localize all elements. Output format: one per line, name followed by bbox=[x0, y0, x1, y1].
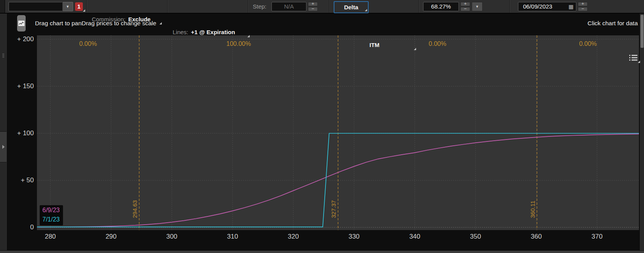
toolbar-left-edge bbox=[0, 0, 5, 13]
toolbar-separator bbox=[167, 0, 168, 13]
x-tick-label: 290 bbox=[98, 233, 125, 241]
step-label: Step: bbox=[253, 3, 266, 10]
chart-plot-area[interactable] bbox=[37, 35, 639, 230]
delta-mode-button[interactable]: Delta bbox=[334, 1, 369, 13]
calendar-icon[interactable]: ▦ bbox=[569, 3, 574, 10]
x-tick-label: 370 bbox=[583, 233, 611, 241]
right-scrollbar-thumb[interactable] bbox=[640, 15, 644, 48]
chart-click-hint: Click chart for data bbox=[588, 20, 638, 27]
left-panel-rail bbox=[0, 14, 7, 251]
lines-value: +1 @ Expiration bbox=[191, 29, 235, 35]
bottom-scrollbar[interactable] bbox=[0, 250, 644, 253]
step-value: N/A bbox=[284, 3, 294, 10]
toolbar-separator bbox=[248, 0, 248, 13]
x-tick-label: 350 bbox=[462, 233, 489, 241]
right-scrollbar[interactable] bbox=[639, 14, 644, 253]
date-stepper: + − bbox=[578, 2, 588, 11]
probability-up-button[interactable]: + bbox=[460, 2, 470, 6]
delta-button-label: Delta bbox=[344, 4, 359, 10]
y-tick-label: + 150 bbox=[3, 82, 34, 90]
lines-dropdown[interactable]: Lines: +1 @ Expiration bbox=[173, 26, 250, 38]
panel-drag-handle[interactable] bbox=[2, 54, 5, 60]
date-value: 06/09/2023 bbox=[523, 3, 552, 10]
toolbar-separator bbox=[418, 0, 419, 13]
alert-count: 1 bbox=[75, 2, 83, 11]
itm-label: ITM bbox=[369, 42, 380, 48]
y-tick-label: + 200 bbox=[3, 35, 34, 43]
probability-dropdown-button[interactable]: ▼ bbox=[472, 2, 483, 11]
date-up-button[interactable]: + bbox=[578, 2, 588, 6]
x-tick-label: 310 bbox=[219, 233, 246, 241]
step-control: Step: N/A + − bbox=[253, 0, 318, 13]
probability-value: 68.27% bbox=[431, 3, 451, 10]
probability-input[interactable]: 68.27% bbox=[423, 2, 459, 11]
symbol-combo[interactable]: ▼ bbox=[9, 0, 73, 13]
toolbar-separator bbox=[509, 0, 510, 13]
step-stepper: + − bbox=[308, 2, 318, 11]
step-down-button[interactable]: − bbox=[308, 7, 318, 11]
y-tick-label: + 100 bbox=[3, 129, 34, 137]
x-tick-label: 300 bbox=[158, 233, 186, 241]
step-up-button[interactable]: + bbox=[308, 2, 318, 6]
symbol-dropdown-button[interactable]: ▼ bbox=[62, 2, 73, 11]
commission-value: Exclude bbox=[128, 16, 151, 23]
y-tick-label: + 50 bbox=[3, 176, 34, 184]
chart-canvas[interactable] bbox=[37, 35, 639, 230]
chart-gadget-icon[interactable] bbox=[17, 15, 26, 31]
symbol-input[interactable] bbox=[9, 2, 62, 11]
lines-label: Lines: bbox=[173, 29, 188, 35]
toolbar-separator bbox=[329, 0, 330, 13]
alert-badge[interactable]: 1 bbox=[75, 0, 86, 13]
x-tick-label: 280 bbox=[37, 233, 64, 241]
itm-dropdown[interactable]: ITM bbox=[369, 38, 417, 51]
menu-list-icon bbox=[627, 52, 640, 63]
chevron-down-icon: ▼ bbox=[476, 5, 479, 9]
x-tick-label: 340 bbox=[401, 233, 429, 241]
date-input[interactable]: 06/09/2023 ▦ bbox=[518, 2, 576, 11]
date-control: 06/09/2023 ▦ + − bbox=[518, 0, 588, 13]
y-tick-label: 0 bbox=[3, 223, 34, 231]
commission-label: Commission: bbox=[92, 16, 126, 23]
commission-dropdown[interactable]: Commission: Exclude bbox=[92, 13, 163, 26]
probability-control: 68.27% + − ▼ bbox=[423, 0, 483, 13]
mini-chart-icon bbox=[19, 21, 24, 25]
x-tick-label: 320 bbox=[280, 233, 307, 241]
chevron-down-icon: ▼ bbox=[66, 5, 70, 9]
panel-expand-control[interactable] bbox=[0, 131, 7, 162]
chart-menu-button[interactable] bbox=[627, 51, 641, 64]
toolbar-separator bbox=[86, 0, 87, 13]
probability-down-button[interactable]: − bbox=[460, 7, 470, 11]
x-tick-label: 360 bbox=[523, 233, 550, 241]
x-tick-label: 330 bbox=[340, 233, 368, 241]
step-input[interactable]: N/A bbox=[271, 2, 306, 11]
date-down-button[interactable]: − bbox=[578, 7, 588, 11]
toolbar: ▼ 1 Commission: Exclude Lines: +1 @ Expi… bbox=[0, 0, 644, 14]
probability-stepper: + − bbox=[460, 2, 470, 11]
expand-right-icon bbox=[2, 145, 5, 149]
options-analysis-window: ▼ 1 Commission: Exclude Lines: +1 @ Expi… bbox=[0, 0, 644, 253]
